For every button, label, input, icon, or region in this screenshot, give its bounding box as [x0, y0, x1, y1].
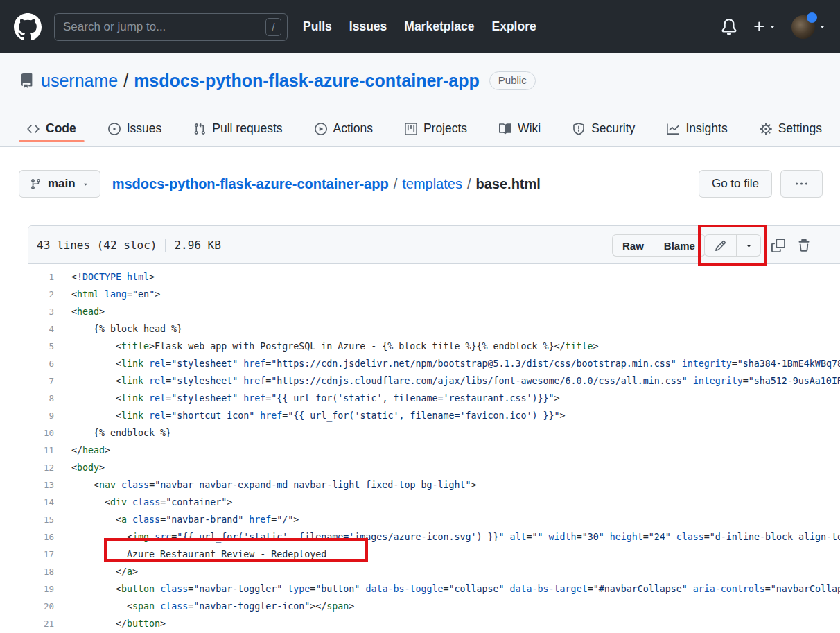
- user-menu-button[interactable]: [791, 15, 826, 39]
- tab-pull-requests[interactable]: Pull requests: [185, 121, 290, 147]
- chevron-down-icon: [769, 23, 776, 31]
- tab-issues[interactable]: Issues: [100, 121, 170, 147]
- code-line-content: </a>: [54, 563, 138, 580]
- delete-file-button[interactable]: [797, 239, 811, 252]
- tab-wiki[interactable]: Wiki: [491, 121, 549, 147]
- tab-label: Issues: [127, 121, 162, 136]
- line-number-16[interactable]: 16: [28, 528, 54, 546]
- breadcrumb-current-file: base.html: [475, 176, 540, 191]
- code-line-content: <link rel="stylesheet" href="{{ url_for(…: [54, 390, 560, 407]
- repo-title: username / msdocs-python-flask-azure-con…: [19, 71, 536, 91]
- code-line-12: 12<body>: [28, 459, 840, 476]
- create-new-button[interactable]: [753, 20, 776, 33]
- code-line-8: 8 <link rel="stylesheet" href="{{ url_fo…: [28, 390, 840, 407]
- line-number-5[interactable]: 5: [28, 338, 54, 355]
- repo-owner-link[interactable]: username: [41, 71, 118, 91]
- code-line-21: 21 </button>: [28, 615, 840, 632]
- code-line-15: 15 <a class="navbar-brand" href="/">: [28, 511, 840, 528]
- tab-projects[interactable]: Projects: [396, 121, 475, 147]
- tab-label: Security: [591, 121, 635, 136]
- file-info: 43 lines (42 sloc) 2.96 KB: [37, 226, 221, 264]
- breadcrumb-segment-1[interactable]: templates: [402, 176, 462, 191]
- code-line-content: <!DOCTYPE html>: [54, 268, 155, 286]
- search-input[interactable]: Search or jump to... /: [54, 13, 288, 41]
- shield-icon: [572, 123, 585, 135]
- line-number-11[interactable]: 11: [28, 442, 54, 459]
- line-number-3[interactable]: 3: [28, 303, 54, 320]
- repo-name-link[interactable]: msdocs-python-flask-azure-container-app: [134, 71, 480, 91]
- plus-icon: [753, 20, 766, 33]
- edit-dropdown-button[interactable]: [736, 234, 761, 257]
- code-line-7: 7 <link rel="stylesheet" href="https://c…: [28, 372, 840, 390]
- line-number-9[interactable]: 9: [28, 407, 54, 424]
- file-lines-info: 43 lines (42 sloc): [37, 239, 157, 252]
- raw-button[interactable]: Raw: [612, 234, 654, 257]
- code-line-6: 6 <link rel="stylesheet" href="https://c…: [28, 355, 840, 372]
- repo-icon: [19, 73, 34, 88]
- tab-insights[interactable]: Insights: [658, 121, 735, 147]
- line-number-19[interactable]: 19: [28, 580, 54, 598]
- chevron-down-icon: [82, 180, 89, 188]
- file-size: 2.96 KB: [174, 239, 220, 252]
- header-nav-issues[interactable]: Issues: [349, 19, 387, 34]
- trash-icon: [797, 239, 811, 252]
- line-number-21[interactable]: 21: [28, 615, 54, 632]
- go-to-file-button[interactable]: Go to file: [699, 170, 772, 198]
- code-line-content: </head>: [54, 442, 110, 459]
- line-number-6[interactable]: 6: [28, 355, 54, 372]
- code-line-content: Azure Restaurant Review - Redeployed: [54, 546, 326, 563]
- code-line-18: 18 </a>: [28, 563, 840, 580]
- chevron-down-icon: [745, 242, 753, 250]
- code-line-content: {% block head %}: [54, 320, 182, 338]
- code-line-content: <link rel="stylesheet" href="https://cdn…: [54, 372, 840, 390]
- line-number-8[interactable]: 8: [28, 390, 54, 407]
- tab-code[interactable]: Code: [19, 121, 85, 147]
- code-line-content: <head>: [54, 303, 105, 320]
- file-header-bar: 43 lines (42 sloc) 2.96 KB Raw Blame: [28, 226, 840, 264]
- repo-header: username / msdocs-python-flask-azure-con…: [0, 53, 840, 147]
- tab-label: Wiki: [518, 121, 541, 136]
- copy-icon: [771, 239, 785, 252]
- line-number-15[interactable]: 15: [28, 511, 54, 528]
- github-file-page: Search or jump to... / PullsIssuesMarket…: [0, 0, 840, 633]
- more-options-button[interactable]: [780, 170, 823, 198]
- branch-name: main: [48, 177, 76, 191]
- copy-file-button[interactable]: [771, 239, 785, 252]
- blame-button[interactable]: Blame: [654, 234, 706, 257]
- code-line-content: <button class="navbar-toggler" type="but…: [54, 580, 840, 598]
- code-line-content: </button>: [54, 615, 166, 632]
- line-number-4[interactable]: 4: [28, 320, 54, 338]
- line-number-17[interactable]: 17: [28, 546, 54, 563]
- divider: [165, 239, 166, 252]
- line-number-14[interactable]: 14: [28, 494, 54, 511]
- line-number-12[interactable]: 12: [28, 459, 54, 476]
- github-mark-icon: [14, 13, 42, 41]
- notification-dot: [807, 12, 817, 23]
- breadcrumb-segment-0[interactable]: msdocs-python-flask-azure-container-app: [112, 176, 389, 191]
- tab-actions[interactable]: Actions: [306, 121, 381, 147]
- line-number-7[interactable]: 7: [28, 372, 54, 390]
- header-nav-explore[interactable]: Explore: [491, 19, 536, 34]
- line-number-1[interactable]: 1: [28, 268, 54, 286]
- github-logo[interactable]: [14, 13, 42, 41]
- tab-security[interactable]: Security: [564, 121, 643, 147]
- code-line-5: 5 <title>Flask web app with PostgreSQL i…: [28, 338, 840, 355]
- line-number-20[interactable]: 20: [28, 598, 54, 615]
- branch-selector[interactable]: main: [19, 170, 100, 198]
- file-viewer: 43 lines (42 sloc) 2.96 KB Raw Blame 1<!…: [28, 225, 840, 633]
- line-number-13[interactable]: 13: [28, 476, 54, 494]
- play-icon: [315, 123, 327, 135]
- file-nav-row: main msdocs-python-flask-azure-container…: [19, 170, 823, 198]
- edit-file-button[interactable]: [704, 234, 737, 257]
- line-number-2[interactable]: 2: [28, 286, 54, 303]
- code-line-content: <html lang="en">: [54, 286, 160, 303]
- tab-settings[interactable]: Settings: [751, 121, 830, 147]
- notifications-button[interactable]: [721, 19, 737, 35]
- pencil-icon: [715, 240, 726, 252]
- code-line-13: 13 <nav class="navbar navbar-expand-md n…: [28, 476, 840, 494]
- code-line-17: 17 Azure Restaurant Review - Redeployed: [28, 546, 840, 563]
- line-number-18[interactable]: 18: [28, 563, 54, 580]
- header-nav-marketplace[interactable]: Marketplace: [404, 19, 474, 34]
- line-number-10[interactable]: 10: [28, 424, 54, 442]
- header-nav-pulls[interactable]: Pulls: [303, 19, 332, 34]
